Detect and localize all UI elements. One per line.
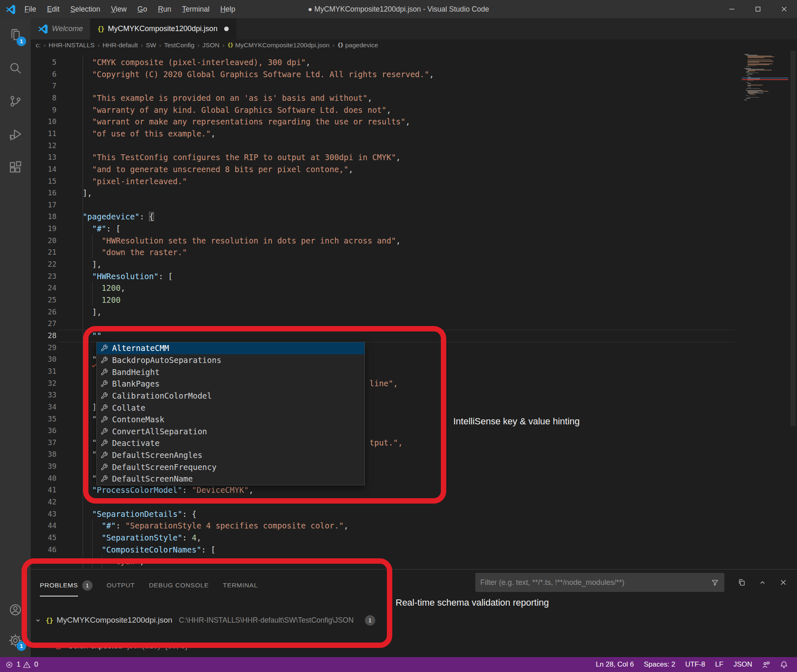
suggestion-Collate[interactable]: Collate — [97, 402, 364, 414]
breadcrumb-item-c-[interactable]: c: — [36, 41, 41, 49]
sidebar-item-search[interactable] — [0, 51, 31, 85]
code-line-6[interactable]: 6 "Copyright (C) 2020 Global Graphics So… — [31, 68, 797, 80]
breadcrumb-item-pagedevice[interactable]: {}pagedevice — [337, 41, 378, 49]
filter-input[interactable] — [480, 578, 711, 587]
code-line-14[interactable]: 14 "and to generate unscreened 8 bits pe… — [31, 163, 797, 175]
code-line-20[interactable]: 20 "HWResolution sets the resolution in … — [31, 235, 797, 247]
suggestion-DefaultScreenAngles[interactable]: DefaultScreenAngles — [97, 449, 364, 461]
suggestion-CalibrationColorModel[interactable]: CalibrationColorModel — [97, 390, 364, 402]
panel-tab-problems[interactable]: PROBLEMS1 — [40, 580, 93, 591]
minimap[interactable] — [742, 54, 788, 108]
code-line-46[interactable]: 46 "CompositeColorNames": [ — [31, 544, 797, 556]
notifications-button[interactable] — [775, 660, 793, 669]
menu-edit[interactable]: Edit — [42, 0, 65, 18]
language-mode[interactable]: JSON — [729, 660, 757, 669]
suggestion-ConvertAllSeparation[interactable]: ConvertAllSeparation — [97, 425, 364, 437]
panel-tab-debug-console[interactable]: DEBUG CONSOLE — [149, 582, 209, 590]
line-number: 43 — [31, 508, 56, 520]
code-line-23[interactable]: 23 "HWResolution": [ — [31, 270, 797, 282]
code-line-18[interactable]: 18 "pagedevice": { — [31, 211, 797, 223]
tab-mycmykcomposite1200dpi-json[interactable]: {}MyCMYKComposite1200dpi.json — [90, 18, 236, 39]
breadcrumb-item-json[interactable]: JSON — [202, 41, 219, 49]
sidebar-item-run-debug[interactable] — [0, 118, 31, 151]
problems-file-row[interactable]: {} MyCMYKComposite1200dpi.json C:\HHR-IN… — [31, 614, 375, 627]
suggestion-BackdropAutoSeparations[interactable]: BackdropAutoSeparations — [97, 354, 364, 366]
sidebar-item-explorer[interactable]: 1 — [0, 18, 31, 51]
breadcrumb-item-mycmykcomposite1200dpi-json[interactable]: {}MyCMYKComposite1200dpi.json — [227, 41, 330, 49]
sidebar-item-source-control[interactable] — [0, 85, 31, 118]
eol-sequence[interactable]: LF — [710, 660, 729, 669]
close-panel-button[interactable] — [779, 578, 788, 587]
breadcrumb-item-hhr-installs[interactable]: HHR-INSTALLS — [49, 41, 95, 49]
property-wrench-icon — [100, 392, 108, 399]
view-as-table-button[interactable] — [737, 578, 746, 587]
suggestion-DefaultScreenFrequency[interactable]: DefaultScreenFrequency — [97, 461, 364, 473]
code-line-5[interactable]: 5 "CMYK composite (pixel-interleaved), 3… — [31, 56, 797, 68]
settings-button[interactable]: 1 — [0, 625, 31, 656]
code-line-7[interactable]: 7 — [31, 80, 797, 92]
code-line-26[interactable]: 26 ], — [31, 306, 797, 318]
filter-icon — [711, 578, 719, 587]
indentation[interactable]: Spaces: 2 — [639, 660, 680, 669]
code-line-27[interactable]: 27 — [31, 318, 797, 330]
code-line-45[interactable]: 45 "SeparationStyle": 4, — [31, 532, 797, 544]
property-wrench-icon — [100, 439, 108, 447]
panel-tab-terminal[interactable]: TERMINAL — [223, 582, 258, 590]
encoding[interactable]: UTF-8 — [680, 660, 710, 669]
menu-help[interactable]: Help — [215, 0, 241, 18]
code-line-41[interactable]: 41 "ProcessColorModel": "DeviceCMYK", — [31, 484, 797, 496]
menu-file[interactable]: File — [19, 0, 42, 18]
feedback-button[interactable] — [757, 660, 775, 669]
problem-row[interactable]: Colon expected json(515) [30, 5] — [31, 639, 187, 653]
code-line-42[interactable]: 42 — [31, 496, 797, 508]
minimize-button[interactable] — [719, 0, 745, 18]
suggestion-BlankPages[interactable]: BlankPages — [97, 378, 364, 390]
code-line-47[interactable]: 47 "Cyan", — [31, 555, 797, 567]
code-editor[interactable]: 5 "CMYK composite (pixel-interleaved), 3… — [31, 51, 797, 569]
code-line-43[interactable]: 43 "SeparationDetails": { — [31, 508, 797, 520]
code-line-16[interactable]: 16 ], — [31, 187, 797, 199]
maximize-button[interactable] — [745, 0, 771, 18]
code-line-25[interactable]: 25 1200 — [31, 294, 797, 306]
code-line-12[interactable]: 12 — [31, 140, 797, 152]
sidebar-item-extensions[interactable] — [0, 151, 31, 184]
breadcrumb-item-sw[interactable]: SW — [146, 41, 156, 49]
panel-tab-output[interactable]: OUTPUT — [107, 582, 135, 590]
panel-tab-badge: 1 — [82, 580, 93, 591]
accounts-button[interactable] — [0, 595, 31, 625]
cursor-position[interactable]: Ln 28, Col 6 — [591, 660, 639, 669]
menu-view[interactable]: View — [105, 0, 132, 18]
scrollbar-thumb[interactable] — [790, 51, 796, 426]
tab-welcome[interactable]: Welcome — [31, 18, 90, 39]
suggestion-AlternateCMM[interactable]: AlternateCMM — [97, 342, 364, 354]
code-line-8[interactable]: 8 "This example is provided on an 'as is… — [31, 92, 797, 104]
code-line-13[interactable]: 13 "This TestConfig configures the RIP t… — [31, 151, 797, 163]
breadcrumb-item-testconfig[interactable]: TestConfig — [164, 41, 194, 49]
line-number: 16 — [31, 187, 56, 199]
code-line-10[interactable]: 10 "warrant or make any representations … — [31, 116, 797, 128]
menu-go[interactable]: Go — [132, 0, 152, 18]
code-line-19[interactable]: 19 "#": [ — [31, 223, 797, 235]
code-line-22[interactable]: 22 ], — [31, 258, 797, 270]
maximize-panel-button[interactable] — [758, 578, 767, 587]
menu-run[interactable]: Run — [152, 0, 176, 18]
code-line-21[interactable]: 21 "down the raster." — [31, 246, 797, 258]
code-line-15[interactable]: 15 "pixel-interleaved." — [31, 175, 797, 187]
chevron-down-icon — [34, 616, 42, 624]
code-line-24[interactable]: 24 1200, — [31, 282, 797, 294]
suggestion-ContoneMask[interactable]: ContoneMask — [97, 414, 364, 426]
line-number: 38 — [31, 448, 56, 460]
suggestion-BandHeight[interactable]: BandHeight — [97, 366, 364, 378]
problems-status[interactable]: 1 0 — [0, 660, 38, 669]
code-line-9[interactable]: 9 "warranty of any kind. Global Graphics… — [31, 104, 797, 116]
code-line-11[interactable]: 11 "of use of this example.", — [31, 128, 797, 140]
suggestion-Deactivate[interactable]: Deactivate — [97, 437, 364, 449]
breadcrumb-item-hhr-default[interactable]: HHR-default — [103, 41, 138, 49]
code-line-44[interactable]: 44 "#": "SeparationStyle 4 specifies com… — [31, 520, 797, 532]
suggestion-DefaultScreenName[interactable]: DefaultScreenName — [97, 473, 364, 485]
code-line-28[interactable]: 28 "" — [31, 330, 797, 342]
menu-terminal[interactable]: Terminal — [177, 0, 215, 18]
code-line-17[interactable]: 17 — [31, 199, 797, 211]
menu-selection[interactable]: Selection — [65, 0, 105, 18]
close-window-button[interactable] — [771, 0, 797, 18]
